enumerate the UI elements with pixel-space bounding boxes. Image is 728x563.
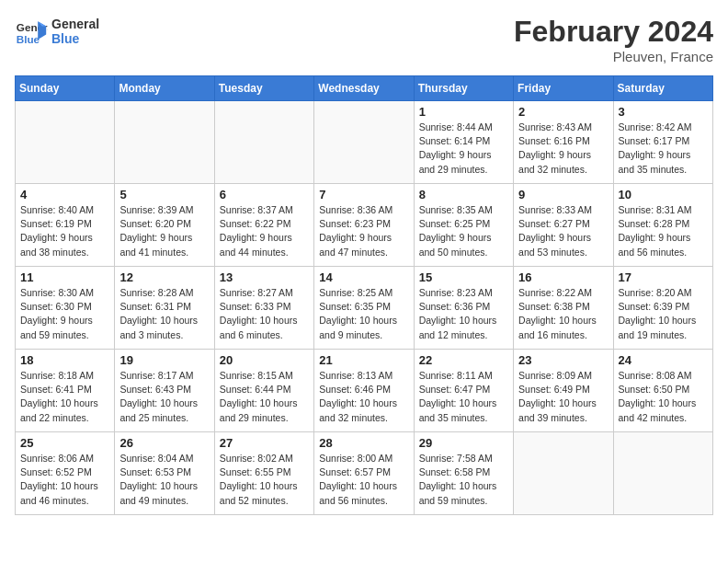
day-number: 15 [419,270,508,284]
day-number: 4 [20,188,109,201]
day-cell [214,101,313,184]
day-cell: 15Sunrise: 8:23 AMSunset: 6:36 PMDayligh… [414,267,513,350]
day-number: 19 [119,353,209,367]
day-cell: 26Sunrise: 8:04 AMSunset: 6:53 PMDayligh… [115,432,214,515]
day-info: Sunrise: 8:28 AMSunset: 6:31 PMDaylight:… [119,286,209,342]
day-cell: 5Sunrise: 8:39 AMSunset: 6:20 PMDaylight… [115,184,214,267]
col-header-wednesday: Wednesday [314,76,414,101]
svg-text:Blue: Blue [17,33,40,45]
page-header: General Blue General Blue February 2024 … [15,15,713,64]
day-info: Sunrise: 8:27 AMSunset: 6:33 PMDaylight:… [220,286,309,342]
day-info: Sunrise: 8:09 AMSunset: 6:49 PMDaylight:… [518,369,608,425]
day-number: 3 [619,105,708,119]
col-header-sunday: Sunday [16,76,115,101]
day-cell [613,432,712,515]
day-cell: 29Sunrise: 7:58 AMSunset: 6:58 PMDayligh… [414,432,513,515]
day-number: 28 [319,436,408,450]
calendar-table: SundayMondayTuesdayWednesdayThursdayFrid… [15,75,713,515]
month-title: February 2024 [514,15,713,49]
day-info: Sunrise: 8:25 AMSunset: 6:35 PMDaylight:… [319,286,408,342]
day-cell [314,101,414,184]
day-cell: 21Sunrise: 8:13 AMSunset: 6:46 PMDayligh… [314,350,414,432]
day-cell: 28Sunrise: 8:00 AMSunset: 6:57 PMDayligh… [314,432,414,515]
day-cell: 17Sunrise: 8:20 AMSunset: 6:39 PMDayligh… [613,267,712,350]
day-cell: 13Sunrise: 8:27 AMSunset: 6:33 PMDayligh… [214,267,313,350]
week-row-5: 25Sunrise: 8:06 AMSunset: 6:52 PMDayligh… [16,432,713,515]
day-number: 10 [619,188,708,201]
day-info: Sunrise: 8:02 AMSunset: 6:55 PMDaylight:… [220,452,309,508]
week-row-4: 18Sunrise: 8:18 AMSunset: 6:41 PMDayligh… [16,350,713,432]
col-header-friday: Friday [514,76,613,101]
day-number: 14 [319,270,408,284]
day-cell: 14Sunrise: 8:25 AMSunset: 6:35 PMDayligh… [314,267,414,350]
day-info: Sunrise: 8:39 AMSunset: 6:20 PMDaylight:… [119,203,209,259]
day-number: 11 [20,270,109,284]
day-cell: 27Sunrise: 8:02 AMSunset: 6:55 PMDayligh… [214,432,313,515]
day-info: Sunrise: 8:43 AMSunset: 6:16 PMDaylight:… [518,121,608,177]
logo: General Blue General Blue [15,15,99,48]
location: Pleuven, France [514,49,713,64]
day-cell: 9Sunrise: 8:33 AMSunset: 6:27 PMDaylight… [514,184,613,267]
day-cell [115,101,214,184]
day-number: 25 [20,436,109,450]
col-header-thursday: Thursday [414,76,513,101]
day-number: 26 [119,436,209,450]
day-info: Sunrise: 8:04 AMSunset: 6:53 PMDaylight:… [119,452,209,508]
col-header-saturday: Saturday [613,76,712,101]
day-info: Sunrise: 8:23 AMSunset: 6:36 PMDaylight:… [419,286,508,342]
day-cell [514,432,613,515]
day-info: Sunrise: 8:42 AMSunset: 6:17 PMDaylight:… [619,121,708,177]
week-row-3: 11Sunrise: 8:30 AMSunset: 6:30 PMDayligh… [16,267,713,350]
day-cell: 24Sunrise: 8:08 AMSunset: 6:50 PMDayligh… [613,350,712,432]
day-info: Sunrise: 8:33 AMSunset: 6:27 PMDaylight:… [518,203,608,259]
day-info: Sunrise: 8:11 AMSunset: 6:47 PMDaylight:… [419,369,508,425]
day-info: Sunrise: 8:35 AMSunset: 6:25 PMDaylight:… [419,203,508,259]
day-number: 8 [419,188,508,201]
day-number: 17 [619,270,708,284]
day-cell: 1Sunrise: 8:44 AMSunset: 6:14 PMDaylight… [414,101,513,184]
day-number: 5 [119,188,209,201]
logo-general: General [51,17,99,31]
day-number: 21 [319,353,408,367]
day-number: 24 [619,353,708,367]
day-number: 6 [220,188,309,201]
title-area: February 2024 Pleuven, France [514,15,713,64]
day-cell: 4Sunrise: 8:40 AMSunset: 6:19 PMDaylight… [16,184,115,267]
day-number: 23 [518,353,608,367]
day-info: Sunrise: 8:06 AMSunset: 6:52 PMDaylight:… [20,452,109,508]
day-cell: 11Sunrise: 8:30 AMSunset: 6:30 PMDayligh… [16,267,115,350]
day-info: Sunrise: 7:58 AMSunset: 6:58 PMDaylight:… [419,452,508,508]
day-info: Sunrise: 8:36 AMSunset: 6:23 PMDaylight:… [319,203,408,259]
day-info: Sunrise: 8:31 AMSunset: 6:28 PMDaylight:… [619,203,708,259]
day-number: 9 [518,188,608,201]
day-info: Sunrise: 8:37 AMSunset: 6:22 PMDaylight:… [220,203,309,259]
day-cell: 10Sunrise: 8:31 AMSunset: 6:28 PMDayligh… [613,184,712,267]
day-number: 27 [220,436,309,450]
day-info: Sunrise: 8:15 AMSunset: 6:44 PMDaylight:… [220,369,309,425]
day-number: 7 [319,188,408,201]
day-info: Sunrise: 8:22 AMSunset: 6:38 PMDaylight:… [518,286,608,342]
day-info: Sunrise: 8:44 AMSunset: 6:14 PMDaylight:… [419,121,508,177]
day-cell: 16Sunrise: 8:22 AMSunset: 6:38 PMDayligh… [514,267,613,350]
day-info: Sunrise: 8:20 AMSunset: 6:39 PMDaylight:… [619,286,708,342]
day-cell: 18Sunrise: 8:18 AMSunset: 6:41 PMDayligh… [16,350,115,432]
day-cell: 19Sunrise: 8:17 AMSunset: 6:43 PMDayligh… [115,350,214,432]
day-number: 20 [220,353,309,367]
week-row-2: 4Sunrise: 8:40 AMSunset: 6:19 PMDaylight… [16,184,713,267]
day-info: Sunrise: 8:08 AMSunset: 6:50 PMDaylight:… [619,369,708,425]
day-cell: 23Sunrise: 8:09 AMSunset: 6:49 PMDayligh… [514,350,613,432]
day-cell: 20Sunrise: 8:15 AMSunset: 6:44 PMDayligh… [214,350,313,432]
day-number: 22 [419,353,508,367]
day-info: Sunrise: 8:40 AMSunset: 6:19 PMDaylight:… [20,203,109,259]
day-info: Sunrise: 8:18 AMSunset: 6:41 PMDaylight:… [20,369,109,425]
day-cell: 7Sunrise: 8:36 AMSunset: 6:23 PMDaylight… [314,184,414,267]
day-number: 13 [220,270,309,284]
day-number: 12 [119,270,209,284]
day-info: Sunrise: 8:30 AMSunset: 6:30 PMDaylight:… [20,286,109,342]
day-number: 18 [20,353,109,367]
day-cell [16,101,115,184]
day-info: Sunrise: 8:17 AMSunset: 6:43 PMDaylight:… [119,369,209,425]
col-header-tuesday: Tuesday [214,76,313,101]
day-info: Sunrise: 8:13 AMSunset: 6:46 PMDaylight:… [319,369,408,425]
logo-icon: General Blue [15,15,48,48]
